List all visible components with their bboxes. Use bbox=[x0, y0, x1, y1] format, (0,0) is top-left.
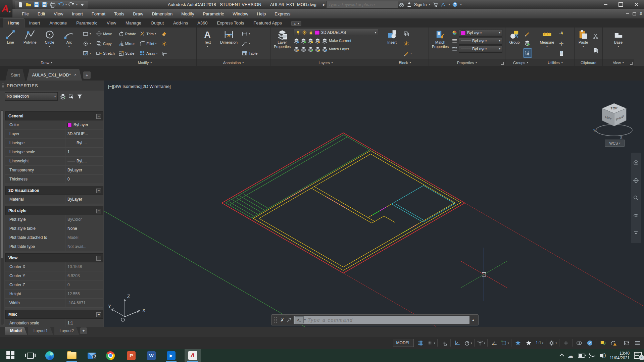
selection-type-combo[interactable]: No selection▾ bbox=[5, 92, 58, 101]
layer-lock-tool-icon[interactable] bbox=[308, 38, 313, 44]
menu-item-insert[interactable]: Insert bbox=[67, 9, 87, 18]
workspace-switching[interactable]: ▾ bbox=[548, 338, 558, 348]
menu-item-dimension[interactable]: Dimension bbox=[148, 9, 177, 18]
menu-item-tools[interactable]: Tools bbox=[110, 9, 129, 18]
table-button[interactable]: Table bbox=[241, 49, 258, 58]
taskbar-item-mail[interactable]: 2 bbox=[84, 349, 100, 362]
mirror-button[interactable]: Mirror bbox=[117, 39, 137, 48]
collapse-icon[interactable]: − bbox=[96, 209, 101, 213]
taskbar-item-autocad[interactable] bbox=[185, 349, 201, 362]
ribbon-tab-featured-apps[interactable]: Featured Apps bbox=[249, 19, 287, 28]
palette-scrollbar[interactable] bbox=[1, 110, 4, 325]
copy-clip-button[interactable] bbox=[592, 46, 600, 55]
collapse-icon[interactable]: − bbox=[96, 189, 101, 193]
new-file-icon[interactable] bbox=[17, 1, 24, 8]
text-button[interactable]: AText▾ bbox=[198, 28, 217, 59]
define-attribute-button[interactable] bbox=[402, 39, 413, 48]
customization[interactable] bbox=[632, 338, 642, 348]
ellipse-button[interactable]: ▾ bbox=[82, 39, 92, 48]
menu-item-modify[interactable]: Modify bbox=[177, 9, 198, 18]
fullscreen-toggle[interactable] bbox=[622, 338, 632, 348]
quick-calculator-button[interactable] bbox=[557, 49, 565, 58]
object-color-combo[interactable]: ByLayer▾ bbox=[459, 29, 502, 37]
property-value-color[interactable]: ByLayer bbox=[65, 120, 103, 129]
copy-button[interactable]: Copy bbox=[95, 39, 116, 48]
qat-customize-icon[interactable] bbox=[79, 1, 86, 8]
menu-item-view[interactable]: View bbox=[49, 9, 67, 18]
nav-wheel-icon[interactable] bbox=[633, 160, 639, 166]
property-row-center-z[interactable]: Center Z0 bbox=[5, 280, 103, 290]
property-value-width[interactable]: -104.6871 bbox=[65, 299, 103, 307]
volume-icon[interactable] bbox=[600, 354, 602, 357]
trim-button[interactable]: Trim▾ bbox=[138, 29, 158, 39]
section-header-plot-style[interactable]: Plot style− bbox=[5, 206, 103, 215]
collapse-icon[interactable]: − bbox=[96, 114, 101, 119]
property-value-material[interactable]: ByLayer bbox=[65, 195, 103, 204]
object-snap-tracking[interactable] bbox=[489, 338, 499, 348]
command-line-bar[interactable]: ✗ >_ ▾ ▲ bbox=[271, 314, 479, 325]
match-layer-button[interactable]: Match Layer bbox=[329, 47, 349, 51]
taskbar-item-chrome[interactable] bbox=[102, 349, 118, 362]
layer-unlock-icon[interactable] bbox=[315, 46, 320, 52]
section-header-view[interactable]: View− bbox=[5, 253, 103, 262]
ribbon-tab-express-tools[interactable]: Express Tools bbox=[212, 19, 249, 28]
start-tab[interactable]: Start bbox=[5, 69, 25, 81]
property-row-lineweight[interactable]: LineweightByL... bbox=[5, 157, 103, 166]
line-button[interactable]: Line bbox=[1, 28, 20, 59]
circle-button[interactable]: Circle▾ bbox=[40, 28, 59, 59]
app-store-cart-icon[interactable] bbox=[433, 2, 438, 7]
new-drawing-tab-button[interactable]: + bbox=[83, 71, 91, 79]
property-value-linetype[interactable]: ByL... bbox=[65, 139, 103, 147]
layer-lock-icon[interactable] bbox=[308, 29, 313, 36]
toggle-pickadd-icon[interactable] bbox=[60, 93, 66, 100]
quick-select-icon[interactable] bbox=[77, 93, 83, 100]
menu-item-help[interactable]: Help bbox=[253, 9, 270, 18]
layer-unisolate-icon[interactable] bbox=[315, 38, 320, 44]
taskbar-item-powerpoint[interactable] bbox=[123, 349, 139, 362]
collapse-icon[interactable]: − bbox=[96, 312, 101, 317]
plot-icon[interactable] bbox=[49, 1, 56, 8]
linetype-icon[interactable] bbox=[451, 46, 457, 52]
snap-mode[interactable]: ▾ bbox=[426, 338, 436, 348]
undo-icon[interactable] bbox=[57, 1, 64, 8]
move-button[interactable]: Move bbox=[95, 29, 116, 39]
command-input[interactable] bbox=[307, 317, 468, 323]
property-row-linetype-scale[interactable]: Linetype scale1 bbox=[5, 148, 103, 157]
layer-thaw-icon[interactable] bbox=[302, 29, 307, 36]
close-button[interactable] bbox=[629, 0, 644, 9]
viewcube[interactable]: TOP LEFT FRONT W S bbox=[591, 98, 638, 142]
erase-button[interactable] bbox=[160, 29, 168, 39]
property-value-plot-table-type[interactable]: Not avail... bbox=[65, 242, 103, 251]
property-row-linetype[interactable]: LinetypeByL... bbox=[5, 139, 103, 148]
a360-icon[interactable] bbox=[440, 2, 446, 7]
taskbar-item-word[interactable] bbox=[143, 349, 159, 362]
make-current-icon[interactable] bbox=[322, 38, 328, 44]
hardware-acceleration[interactable] bbox=[585, 338, 595, 348]
dimension-button[interactable]: Dimension bbox=[218, 28, 240, 59]
infer-constraints[interactable] bbox=[439, 338, 449, 348]
menu-item-express[interactable]: Express bbox=[270, 9, 295, 18]
property-row-material[interactable]: MaterialByLayer bbox=[5, 195, 103, 204]
redo-dropdown[interactable]: ▾ bbox=[76, 3, 78, 6]
drawing-tab-close-icon[interactable]: × bbox=[74, 72, 77, 77]
annotation-panel-footer[interactable]: Annotation▾ bbox=[197, 59, 270, 66]
color-wheel-icon[interactable] bbox=[451, 30, 457, 36]
save-as-icon[interactable] bbox=[41, 1, 48, 8]
section-header-3d-visualization[interactable]: 3D Visualization− bbox=[5, 186, 103, 195]
rotate-button[interactable]: Rotate bbox=[117, 29, 137, 39]
property-row-center-y[interactable]: Center Y6.9203 bbox=[5, 271, 103, 280]
property-value-plot-style[interactable]: ByColor bbox=[65, 215, 103, 224]
show-annotation-objects[interactable] bbox=[513, 338, 523, 348]
command-bar-wrench-icon[interactable] bbox=[286, 317, 292, 323]
help-dropdown[interactable]: ▾ bbox=[460, 3, 461, 6]
property-value-transparency[interactable]: ByLayer bbox=[65, 166, 103, 174]
command-history-toggle[interactable]: ▲ bbox=[469, 318, 477, 322]
layer-freeze-icon[interactable] bbox=[301, 38, 306, 44]
viewport-controls-label[interactable]: [−][SW Isometric][2D Wireframe] bbox=[108, 84, 171, 89]
notification-center-icon[interactable]: 4 bbox=[634, 352, 642, 359]
battery-icon[interactable] bbox=[578, 354, 585, 358]
edit-attribute-button[interactable] bbox=[402, 30, 413, 38]
group-selection-toggle[interactable] bbox=[523, 48, 532, 58]
block-panel-footer[interactable]: Block▾ bbox=[381, 59, 429, 66]
command-prompt-icon[interactable]: >_ bbox=[295, 316, 304, 323]
